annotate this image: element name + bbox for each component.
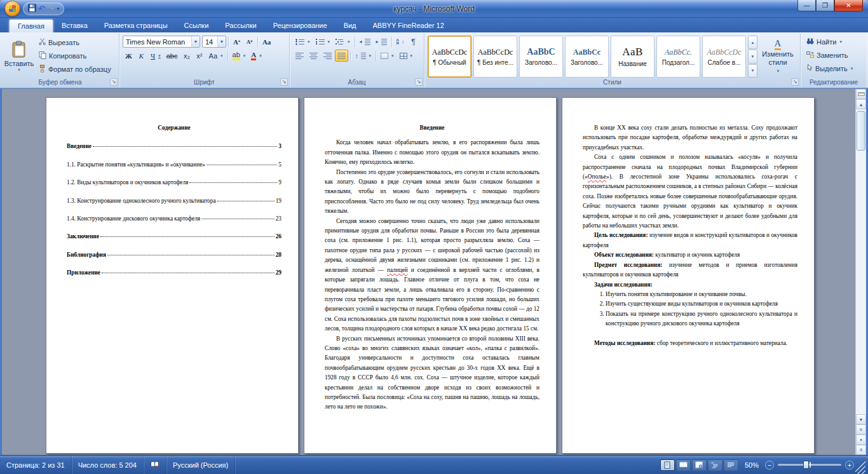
toc-entry: Библиография28 xyxy=(67,250,281,260)
align-left-button[interactable] xyxy=(293,50,306,62)
align-right-button[interactable] xyxy=(321,50,334,62)
view-print-layout-button[interactable] xyxy=(660,459,675,471)
style-item-title[interactable]: AaB Название xyxy=(611,36,654,78)
sort-button[interactable]: АЯ↓ xyxy=(394,36,407,48)
multilevel-list-button[interactable] xyxy=(333,36,353,48)
doc-title: Введение xyxy=(325,123,539,133)
language-indicator[interactable]: Русский (Россия) xyxy=(166,456,235,474)
justify-button[interactable] xyxy=(335,50,348,62)
qat-customize-icon[interactable]: ▾ xyxy=(57,6,60,11)
minimize-button[interactable]: — xyxy=(797,0,816,11)
line-spacing-button[interactable]: ↕ xyxy=(353,50,374,62)
bold-button[interactable]: Ж xyxy=(123,50,135,62)
doc-p: В конце XX века соху стали делать полнос… xyxy=(583,123,797,152)
bullets-button[interactable] xyxy=(293,36,313,48)
view-outline-button[interactable] xyxy=(708,459,722,471)
view-full-screen-reading-button[interactable] xyxy=(676,459,691,471)
tab-mailings[interactable]: Рассылки xyxy=(217,19,264,32)
style-item-subtle-emphasis[interactable]: AaBbCcDc Слабое в... xyxy=(702,36,746,78)
zoom-in-button[interactable]: + xyxy=(845,461,854,470)
ruler-toggle-button[interactable] xyxy=(856,89,866,99)
shading-button[interactable] xyxy=(378,50,397,62)
show-paragraph-marks-button[interactable]: ¶ xyxy=(407,36,419,48)
underline-button[interactable]: Ч xyxy=(148,50,163,62)
replace-button[interactable]: Заменить xyxy=(804,49,865,61)
subscript-button[interactable]: x₂ xyxy=(180,50,193,62)
tab-review[interactable]: Рецензирование xyxy=(265,19,336,32)
resize-grip[interactable] xyxy=(855,456,865,474)
scroll-down-button[interactable]: ▼ xyxy=(856,414,866,424)
scroll-up-button[interactable]: ▲ xyxy=(856,99,866,109)
list-item: Изучить понятия культивирование и окучив… xyxy=(606,290,797,299)
numbering-button[interactable] xyxy=(313,36,333,48)
tab-references[interactable]: Ссылки xyxy=(176,19,217,32)
font-dialog-launcher[interactable]: ↘ xyxy=(280,78,288,86)
clear-formatting-button[interactable]: Аа xyxy=(260,36,273,48)
toc-entry: 1.2. Виды культиваторов и окучников карт… xyxy=(67,178,281,187)
word-count[interactable]: Число слов: 5 204 xyxy=(72,456,144,474)
page-indicator[interactable]: Страница: 2 из 31 xyxy=(0,456,72,474)
align-center-button[interactable] xyxy=(307,50,320,62)
redo-icon[interactable]: ↷ xyxy=(47,4,54,13)
tab-home[interactable]: Главная xyxy=(9,19,53,32)
scrollbar-thumb[interactable] xyxy=(857,111,865,151)
font-size-combo[interactable]: 14▼ xyxy=(202,36,226,48)
document-page-3[interactable]: В конце XX века соху стали делать полнос… xyxy=(562,97,815,454)
zoom-level-button[interactable]: 50% xyxy=(740,461,764,469)
justify-icon xyxy=(337,53,346,59)
shrink-font-button[interactable]: А xyxy=(243,36,255,48)
style-item-normal[interactable]: AaBbCcDc ¶ Обычный xyxy=(428,36,471,78)
tab-view[interactable]: Вид xyxy=(336,19,365,32)
change-case-button[interactable]: Аа xyxy=(206,50,225,62)
styles-scroll-down-button[interactable]: ▼ xyxy=(748,50,757,63)
tab-insert[interactable]: Вставка xyxy=(53,19,96,32)
tab-page-layout[interactable]: Разметка страницы xyxy=(96,19,176,32)
office-button[interactable] xyxy=(4,1,20,17)
zoom-slider-thumb[interactable] xyxy=(803,461,809,469)
style-item-heading1[interactable]: AaBbC Заголово... xyxy=(519,36,563,78)
restore-button[interactable]: ❐ xyxy=(816,0,834,11)
style-item-no-spacing[interactable]: AaBbCcDc ¶ Без инте... xyxy=(473,36,517,78)
borders-button[interactable] xyxy=(397,50,416,62)
italic-button[interactable]: К xyxy=(135,50,147,62)
copy-button[interactable]: Копировать xyxy=(36,50,114,62)
next-page-button[interactable]: » xyxy=(856,445,866,455)
highlight-color-button[interactable]: ab xyxy=(230,50,248,62)
style-item-subtitle[interactable]: AaBbCc. Подзагол... xyxy=(656,36,700,78)
view-web-layout-button[interactable] xyxy=(692,459,707,471)
change-styles-button[interactable]: А Изменить стили xyxy=(759,36,796,78)
paragraph-dialog-launcher[interactable]: ↘ xyxy=(415,78,423,86)
proofing-status[interactable] xyxy=(144,456,166,474)
font-family-combo[interactable]: Times New Roman▼ xyxy=(123,36,200,48)
style-item-heading2[interactable]: AaBbCc Заголово... xyxy=(565,36,609,78)
decrease-indent-button[interactable]: ◂ xyxy=(357,36,373,48)
clipboard-dialog-launcher[interactable]: ↘ xyxy=(110,78,118,86)
cut-button[interactable]: Вырезать xyxy=(36,36,114,48)
save-icon[interactable] xyxy=(28,4,36,13)
document-page-1[interactable]: СодержаниеВведение31.1. Раскрытие поняти… xyxy=(46,97,299,454)
styles-scroll-up-button[interactable]: ▲ xyxy=(748,36,757,49)
superscript-button[interactable]: x² xyxy=(193,50,205,62)
tab-abbyy-finereader[interactable]: ABBYY FineReader 12 xyxy=(365,19,452,32)
select-browse-object-button[interactable]: ● xyxy=(856,435,866,445)
increase-indent-button[interactable]: ▸ xyxy=(374,36,390,48)
zoom-out-button[interactable]: − xyxy=(765,461,774,470)
strikethrough-button[interactable]: abc xyxy=(164,50,180,62)
grow-font-button[interactable]: А xyxy=(231,36,243,48)
shading-icon xyxy=(381,53,388,59)
font-color-button[interactable]: А xyxy=(248,50,264,62)
styles-dialog-launcher[interactable]: ↘ xyxy=(791,78,799,86)
select-button[interactable]: Выделить xyxy=(804,62,865,74)
find-button[interactable]: Найти xyxy=(804,36,865,48)
styles-more-button[interactable]: ▼ xyxy=(748,64,757,78)
previous-page-button[interactable]: » xyxy=(856,424,866,435)
document-page-2[interactable]: ВведениеКогда человек начал обрабатывать… xyxy=(304,97,557,454)
scrollbar-track[interactable] xyxy=(856,109,866,414)
paste-button[interactable]: Вставить ▾ xyxy=(4,36,34,78)
change-styles-icon: А xyxy=(775,38,782,50)
format-painter-button[interactable]: Формат по образцу xyxy=(36,63,114,75)
close-button[interactable]: ✕ xyxy=(834,0,863,11)
zoom-slider[interactable] xyxy=(778,464,841,466)
view-draft-button[interactable] xyxy=(724,459,738,471)
undo-icon[interactable]: ↶ xyxy=(38,4,45,13)
